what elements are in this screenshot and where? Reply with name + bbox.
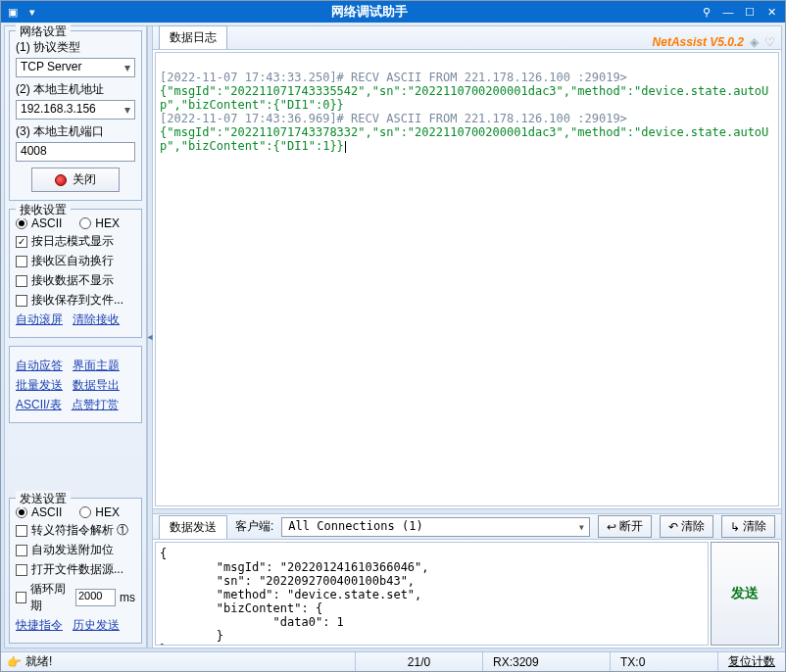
send-ascii-radio[interactable] — [16, 506, 27, 518]
diamond-icon[interactable]: ◈ — [750, 35, 759, 49]
left-panel: 网络设置 (1) 协议类型 TCP Server (2) 本地主机地址 192.… — [5, 26, 147, 648]
dropdown-icon[interactable]: ▾ — [25, 5, 40, 19]
clear-icon: ↶ — [668, 520, 678, 534]
tab-data-send[interactable]: 数据发送 — [159, 515, 227, 539]
open-file-label: 打开文件数据源... — [31, 561, 123, 578]
text-cursor — [345, 141, 346, 153]
close-button-label: 关闭 — [73, 171, 96, 188]
network-settings-group: 网络设置 (1) 协议类型 TCP Server (2) 本地主机地址 192.… — [9, 30, 142, 201]
clear-recv-link[interactable]: 清除接收 — [73, 312, 120, 328]
network-settings-title: 网络设置 — [16, 24, 71, 40]
client-label: 客户端: — [235, 518, 273, 535]
log-line-json: {"msgId":"202211071743378332","sn":"2022… — [160, 125, 768, 153]
app-window: ▣ ▾ 网络调试助手 ⚲ — ☐ ✕ 网络设置 (1) 协议类型 TCP Ser… — [0, 0, 786, 672]
port-label: (3) 本地主机端口 — [16, 123, 135, 140]
log-line-header: [2022-11-07 17:43:36.969]# RECV ASCII FR… — [160, 112, 627, 125]
open-file-check[interactable] — [16, 564, 27, 576]
loop-unit-label: ms — [120, 591, 135, 604]
close-icon[interactable]: ✕ — [763, 5, 779, 19]
bell-icon[interactable]: ♡ — [764, 35, 775, 49]
pin-icon[interactable]: ⚲ — [699, 5, 714, 19]
status-rx: RX:3209 — [482, 652, 610, 671]
status-tx: TX:0 — [610, 652, 717, 671]
ascii-table-link[interactable]: ASCII/表 — [16, 397, 62, 413]
clear-left-button[interactable]: ↶清除 — [660, 515, 713, 538]
send-settings-group: 发送设置 ASCII HEX 转义符指令解析 ① 自动发送附加位 打开文件数据源… — [9, 498, 142, 644]
minimize-icon[interactable]: — — [720, 5, 736, 19]
send-textarea[interactable]: { "msgId": "202201241610366046", "sn": "… — [155, 542, 709, 646]
receive-settings-title: 接收设置 — [16, 202, 71, 218]
loop-interval-input[interactable]: 2000 — [75, 589, 116, 606]
log-line-header: [2022-11-07 17:43:33.250]# RECV ASCII FR… — [160, 71, 627, 84]
send-header: 数据发送 客户端: All Connections (1) ↩断开 ↶清除 ↳清… — [153, 514, 781, 540]
disconnect-icon: ↩ — [607, 520, 616, 534]
close-connection-button[interactable]: 关闭 — [31, 168, 120, 192]
status-counter: 21/0 — [355, 652, 482, 671]
record-icon — [55, 174, 67, 186]
send-section: 数据发送 客户端: All Connections (1) ↩断开 ↶清除 ↳清… — [153, 514, 781, 648]
reset-counter-link[interactable]: 复位计数 — [717, 652, 785, 671]
titlebar: ▣ ▾ 网络调试助手 ⚲ — ☐ ✕ — [1, 1, 785, 23]
recv-ascii-label: ASCII — [31, 216, 62, 230]
recv-ascii-radio[interactable] — [16, 217, 27, 229]
dianzan-link[interactable]: 点赞打赏 — [72, 397, 119, 413]
protocol-label: (1) 协议类型 — [16, 39, 135, 56]
vertical-splitter[interactable] — [147, 26, 153, 648]
clear-icon: ↳ — [730, 520, 740, 534]
hand-icon: 👉 — [7, 655, 22, 669]
data-export-link[interactable]: 数据导出 — [73, 377, 120, 394]
tab-data-log[interactable]: 数据日志 — [159, 25, 227, 49]
escape-parse-check[interactable] — [16, 525, 27, 537]
log-mode-check[interactable] — [16, 236, 27, 248]
send-settings-title: 发送设置 — [16, 491, 71, 507]
right-panel: 数据日志 NetAssist V5.0.2 ◈ ♡ [2022-11-07 17… — [153, 26, 781, 648]
clear-right-button[interactable]: ↳清除 — [721, 515, 775, 538]
log-mode-label: 按日志模式显示 — [31, 233, 114, 250]
send-button[interactable]: 发送 — [711, 542, 779, 646]
hide-recv-label: 接收数据不显示 — [31, 272, 114, 289]
receive-settings-group: 接收设置 ASCII HEX 按日志模式显示 接收区自动换行 接收数据不显示 接… — [9, 209, 142, 338]
maximize-icon[interactable]: ☐ — [742, 5, 758, 19]
loop-label: 循环周期 — [30, 581, 72, 614]
status-ready-label: 就绪! — [25, 653, 52, 670]
loop-check[interactable] — [16, 592, 26, 603]
disconnect-button[interactable]: ↩断开 — [598, 515, 652, 538]
log-area[interactable]: [2022-11-07 17:43:33.250]# RECV ASCII FR… — [155, 52, 779, 506]
content-area: 网络设置 (1) 协议类型 TCP Server (2) 本地主机地址 192.… — [4, 25, 782, 648]
recv-hex-radio[interactable] — [79, 217, 91, 229]
host-label: (2) 本地主机地址 — [16, 81, 135, 98]
brand-label: NetAssist V5.0.2 — [653, 35, 744, 49]
recv-hex-label: HEX — [95, 216, 120, 230]
window-title: 网络调试助手 — [40, 3, 699, 21]
auto-wrap-label: 接收区自动换行 — [31, 253, 114, 269]
theme-link[interactable]: 界面主题 — [73, 358, 120, 374]
send-ascii-label: ASCII — [31, 505, 62, 519]
log-line-json: {"msgId":"202211071743335542","sn":"2022… — [160, 84, 768, 112]
tools-group: 自动应答界面主题 批量发送数据导出 ASCII/表点赞打赏 — [9, 346, 142, 423]
send-hex-radio[interactable] — [79, 506, 91, 518]
app-icon: ▣ — [5, 5, 21, 19]
log-tab-header: 数据日志 NetAssist V5.0.2 ◈ ♡ — [153, 26, 781, 50]
auto-reply-link[interactable]: 自动应答 — [16, 358, 63, 374]
auto-scroll-link[interactable]: 自动滚屏 — [16, 312, 63, 328]
auto-append-label: 自动发送附加位 — [31, 542, 114, 558]
statusbar: 👉 就绪! 21/0 RX:3209 TX:0 复位计数 — [1, 651, 785, 671]
auto-append-check[interactable] — [16, 545, 27, 556]
batch-send-link[interactable]: 批量发送 — [16, 377, 63, 394]
auto-wrap-check[interactable] — [16, 256, 27, 267]
send-hex-label: HEX — [95, 505, 120, 519]
host-select[interactable]: 192.168.3.156 — [16, 100, 135, 120]
hide-recv-check[interactable] — [16, 275, 27, 287]
save-file-check[interactable] — [16, 295, 27, 307]
protocol-select[interactable]: TCP Server — [16, 58, 135, 77]
save-file-label: 接收保存到文件... — [31, 292, 123, 309]
port-input[interactable]: 4008 — [16, 142, 135, 162]
quick-cmd-link[interactable]: 快捷指令 — [16, 617, 63, 634]
escape-parse-label: 转义符指令解析 ① — [31, 522, 128, 539]
history-send-link[interactable]: 历史发送 — [73, 617, 120, 634]
connection-select[interactable]: All Connections (1) — [281, 517, 590, 537]
